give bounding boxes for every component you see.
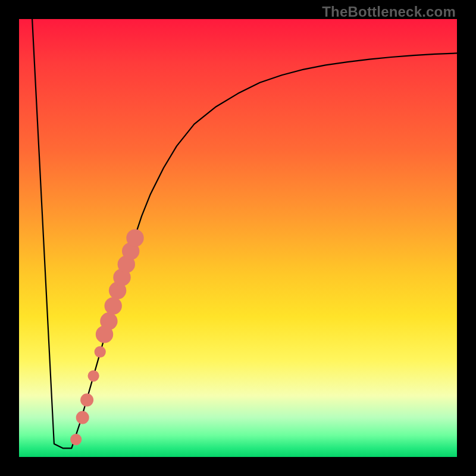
bottleneck-curve bbox=[32, 19, 457, 448]
data-marker bbox=[70, 434, 82, 445]
data-marker bbox=[88, 370, 99, 381]
chart-frame: TheBottleneck.com bbox=[0, 0, 476, 476]
data-marker bbox=[80, 393, 93, 406]
watermark-text: TheBottleneck.com bbox=[322, 4, 456, 20]
data-marker bbox=[95, 346, 106, 358]
data-marker bbox=[105, 297, 122, 314]
curve-layer bbox=[19, 19, 457, 457]
data-marker bbox=[76, 411, 89, 424]
marker-group bbox=[70, 229, 144, 445]
data-marker bbox=[100, 312, 117, 330]
data-marker bbox=[126, 229, 143, 246]
plot-area bbox=[19, 19, 457, 457]
